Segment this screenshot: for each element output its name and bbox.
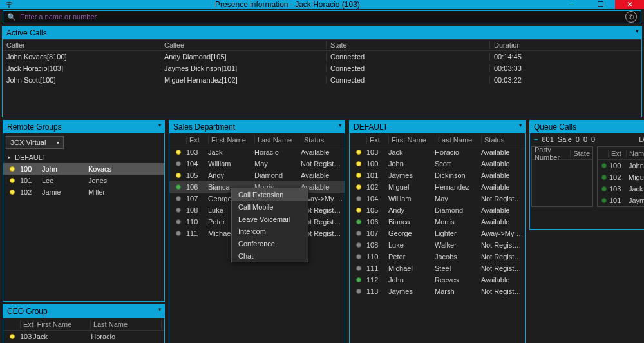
queue-agent-row[interactable]: 101Jaymes <box>598 195 644 206</box>
remote-groups-header[interactable]: Remote Groups ▾ <box>3 121 164 133</box>
cell-duration: 00:14:45 <box>489 53 641 61</box>
tree-root-default[interactable]: ▸ DEFAULT <box>3 152 164 163</box>
cell-first: Miguel <box>388 183 435 191</box>
panel-caret-icon[interactable]: ▾ <box>158 306 162 313</box>
queue-summary[interactable]: − 801 Sale 0 0 0 LW: <box>530 133 644 145</box>
context-menu-item[interactable]: Intercom <box>232 225 308 237</box>
close-button[interactable]: ✕ <box>615 0 644 9</box>
cell-ext: 104 <box>186 160 208 168</box>
col-ext[interactable]: Ext <box>608 150 626 157</box>
col-duration[interactable]: Duration <box>489 41 641 49</box>
col-state[interactable]: State <box>326 41 489 49</box>
remote-group-combo[interactable]: 3CX Virtual ▾ <box>6 136 64 149</box>
queue-agent-row[interactable]: 103Jack H <box>598 183 644 195</box>
presence-row[interactable]: 105AndyDiamondAvailable <box>169 170 345 181</box>
presence-row[interactable]: 103JackHoracioAvailable <box>350 146 525 158</box>
panel-caret-icon[interactable]: ▾ <box>158 122 162 128</box>
presence-row[interactable]: 110PeterJacobsNot Registered <box>350 251 525 262</box>
context-menu-item[interactable]: Call Mobile <box>232 201 308 213</box>
presence-row[interactable]: 102MiguelHernandezAvailable <box>350 181 525 193</box>
col-state[interactable]: State <box>570 150 592 157</box>
active-call-row[interactable]: Jack Horacio[103]Jaymes Dickinson[101]Co… <box>3 63 641 74</box>
presence-row[interactable]: 104WilliamMayNot Registered <box>350 193 525 204</box>
presence-row[interactable]: 105AndyDiamondAvailable <box>350 204 525 216</box>
status-dot-icon <box>356 289 361 294</box>
search-bar[interactable]: 🔍 Enter a name or number ✆ <box>3 10 641 23</box>
col-first[interactable]: First Name <box>388 136 435 144</box>
status-dot-icon <box>10 334 15 339</box>
presence-row[interactable]: 102JamieMiller <box>3 186 164 198</box>
title-bar[interactable]: Presence information - Jack Horacio (103… <box>0 0 644 9</box>
active-call-row[interactable]: John Kovacs[8100]Andy Diamond[105]Connec… <box>3 51 641 63</box>
cell-status: Away->My Voice... <box>481 230 525 237</box>
col-first[interactable]: First Name <box>33 320 90 328</box>
col-status[interactable]: Status <box>161 320 164 328</box>
col-last[interactable]: Last Name <box>90 320 161 328</box>
cell-first: John <box>42 165 88 173</box>
dial-icon[interactable]: ✆ <box>625 11 637 23</box>
col-ext[interactable]: Ext <box>20 320 33 328</box>
queue-agent-row[interactable]: 100John <box>598 160 644 172</box>
queue-calls-subpanel: Party Number State <box>531 146 593 207</box>
active-calls-header[interactable]: Active Calls ▾ <box>3 26 641 39</box>
col-status[interactable]: Status <box>301 136 345 144</box>
status-dot-icon <box>356 173 361 178</box>
active-call-row[interactable]: John Scott[100]Miguel Hernandez[102]Conn… <box>3 74 641 86</box>
context-menu-item[interactable]: Conference <box>232 237 308 250</box>
sales-header[interactable]: Sales Department ▾ <box>169 121 345 133</box>
col-party[interactable]: Party Number <box>532 146 570 161</box>
ceo-group-header[interactable]: CEO Group ▾ <box>3 305 164 318</box>
cell-ext: 111 <box>186 230 208 237</box>
cell-ext: 100 <box>609 162 629 170</box>
presence-row[interactable]: 106BiancaMorrisAvailable <box>350 216 525 228</box>
presence-row[interactable]: 104WilliamMayNot Registered <box>169 158 345 170</box>
presence-row[interactable]: 108LukeWalkerNot Registered <box>350 239 525 251</box>
remote-groups-body: 100JohnKovacs101LeeJones102JamieMiller <box>3 163 164 301</box>
context-menu-item[interactable]: Call Extension <box>232 188 308 201</box>
cell-ext: 101 <box>609 197 629 204</box>
col-caller[interactable]: Caller <box>3 41 160 49</box>
presence-row[interactable]: 103JackHoracioAvailable <box>3 331 164 342</box>
maximize-button[interactable]: ☐ <box>586 0 615 9</box>
status-dot-icon <box>176 196 181 201</box>
search-input[interactable]: Enter a name or number <box>20 13 625 21</box>
presence-row[interactable]: 113JaymesMarshNot Registered <box>350 286 525 297</box>
presence-row[interactable]: 101LeeJones <box>3 175 164 186</box>
col-status[interactable]: Status <box>481 136 525 144</box>
queue-header[interactable]: Queue Calls ▾ <box>530 121 644 133</box>
cell-ext: 106 <box>186 183 208 191</box>
col-ext[interactable]: Ext <box>366 136 388 144</box>
col-ext[interactable]: Ext <box>186 136 208 144</box>
presence-row[interactable]: 101JaymesDickinsonAvailable <box>350 170 525 181</box>
cell-ext: 107 <box>186 195 208 202</box>
tree-expand-icon[interactable]: ▸ <box>8 155 11 160</box>
col-last[interactable]: Last Name <box>254 136 301 144</box>
panel-caret-icon[interactable]: ▾ <box>339 122 342 128</box>
col-first[interactable]: First Name <box>208 136 254 144</box>
col-name[interactable]: Name <box>626 150 644 157</box>
default-header[interactable]: DEFAULT ▾ <box>350 121 525 133</box>
status-dot-icon <box>601 163 607 168</box>
presence-row[interactable]: 111MichaelSteelNot Registered <box>350 262 525 274</box>
status-dot-icon <box>356 242 361 248</box>
search-icon: 🔍 <box>7 13 16 21</box>
presence-row[interactable]: 103JackHoracioAvailable <box>169 146 345 158</box>
queue-agent-row[interactable]: 102Miguel <box>598 172 644 183</box>
panel-caret-icon[interactable]: ▾ <box>519 122 522 128</box>
presence-row[interactable]: 100JohnKovacs <box>3 163 164 175</box>
cell-status: Available <box>481 148 525 156</box>
col-callee[interactable]: Callee <box>160 41 326 49</box>
minimize-button[interactable]: ─ <box>557 0 586 9</box>
context-menu-item[interactable]: Leave Voicemail <box>232 213 308 225</box>
presence-row[interactable]: 107GeorgeLighterAway->My Voice... <box>350 228 525 239</box>
col-last[interactable]: Last Name <box>435 136 481 144</box>
status-dot-icon <box>356 161 361 166</box>
presence-row[interactable]: 100JohnScottAvailable <box>350 158 525 170</box>
cell-ext: 103 <box>186 148 208 156</box>
presence-row[interactable]: 112JohnReevesAvailable <box>350 274 525 286</box>
context-menu-item[interactable]: Chat <box>232 250 308 262</box>
collapse-icon[interactable]: − <box>534 135 538 143</box>
panel-caret-icon[interactable]: ▾ <box>636 28 639 34</box>
cell-status: Available <box>481 172 525 179</box>
context-menu[interactable]: Call ExtensionCall MobileLeave Voicemail… <box>231 188 308 262</box>
